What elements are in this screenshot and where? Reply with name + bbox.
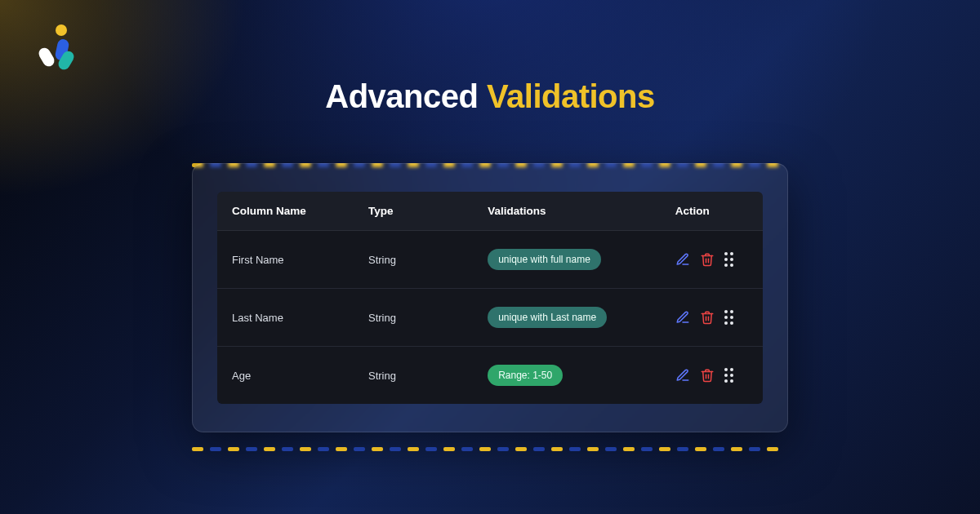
cell-type: String <box>354 289 473 347</box>
drag-handle[interactable] <box>724 368 733 383</box>
validation-pill: unique with full name <box>488 249 601 270</box>
cell-column-name: Last Name <box>217 289 354 347</box>
validations-card: Column Name Type Validations Action Firs… <box>192 163 788 432</box>
header-validations: Validations <box>473 192 661 231</box>
edit-icon <box>675 368 690 383</box>
cell-action <box>661 347 763 405</box>
edit-icon <box>675 310 690 325</box>
decorative-dashes-top <box>192 157 788 162</box>
title-part-2: Validations <box>487 78 655 114</box>
delete-icon <box>700 310 715 325</box>
table-body: First NameStringunique with full nameLas… <box>217 231 763 405</box>
table-row: First NameStringunique with full name <box>217 231 763 289</box>
validation-pill: Range: 1-50 <box>488 365 563 386</box>
cell-type: String <box>354 347 473 405</box>
svg-point-0 <box>56 24 67 36</box>
cell-action <box>661 231 763 289</box>
table-header-row: Column Name Type Validations Action <box>217 192 763 231</box>
page-title: Advanced Validations <box>0 78 980 115</box>
cell-action <box>661 289 763 347</box>
validations-table: Column Name Type Validations Action Firs… <box>217 192 763 404</box>
drag-handle[interactable] <box>724 310 733 325</box>
edit-button[interactable] <box>675 310 690 325</box>
table-row: Last NameStringunique with Last name <box>217 289 763 347</box>
drag-handle[interactable] <box>724 252 733 267</box>
header-action: Action <box>661 192 763 231</box>
header-column-name: Column Name <box>217 192 354 231</box>
edit-button[interactable] <box>675 252 690 267</box>
title-part-1: Advanced <box>325 78 487 114</box>
cell-type: String <box>354 231 473 289</box>
delete-button[interactable] <box>700 368 715 383</box>
edit-icon <box>675 252 690 267</box>
validation-pill: unique with Last name <box>488 307 607 328</box>
header-type: Type <box>354 192 473 231</box>
app-logo <box>36 23 78 72</box>
svg-rect-2 <box>37 46 56 69</box>
row-actions <box>675 368 748 383</box>
cell-validations: unique with Last name <box>473 289 661 347</box>
row-actions <box>675 310 748 325</box>
delete-icon <box>700 252 715 267</box>
decorative-dashes-bottom <box>192 441 788 446</box>
edit-button[interactable] <box>675 368 690 383</box>
cell-validations: Range: 1-50 <box>473 347 661 405</box>
cell-column-name: Age <box>217 347 354 405</box>
delete-button[interactable] <box>700 252 715 267</box>
cell-validations: unique with full name <box>473 231 661 289</box>
cell-column-name: First Name <box>217 231 354 289</box>
delete-button[interactable] <box>700 310 715 325</box>
delete-icon <box>700 368 715 383</box>
row-actions <box>675 252 748 267</box>
table-row: AgeStringRange: 1-50 <box>217 347 763 405</box>
